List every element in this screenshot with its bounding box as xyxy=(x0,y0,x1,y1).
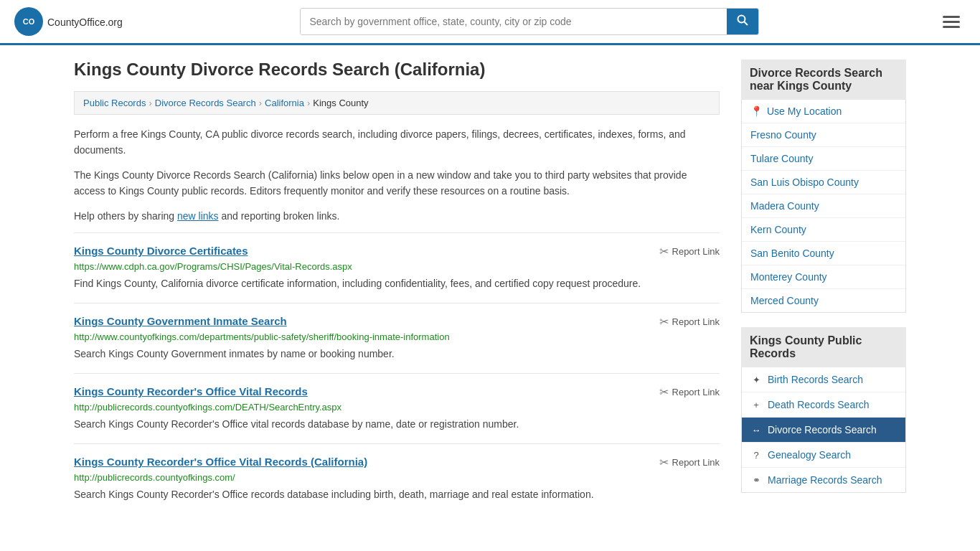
report-icon: ✂ xyxy=(659,315,669,329)
public-record-link[interactable]: Marriage Records Search xyxy=(768,474,882,486)
result-header: Kings County Recorder's Office Vital Rec… xyxy=(74,385,720,399)
public-record-item[interactable]: ✦ Birth Records Search xyxy=(742,367,905,392)
desc-para3: Help others by sharing new links and rep… xyxy=(74,208,720,224)
site-header: CO CountyOffice.org xyxy=(0,0,980,45)
public-records-section-title: Kings County Public Records xyxy=(741,327,906,367)
location-icon: 📍 xyxy=(750,105,763,117)
public-record-link[interactable]: Death Records Search xyxy=(768,399,870,410)
result-url[interactable]: https://www.cdph.ca.gov/Programs/CHSI/Pa… xyxy=(74,261,720,272)
nearby-county-item[interactable]: Kern County xyxy=(742,218,905,242)
nearby-county-link[interactable]: San Luis Obispo County xyxy=(750,176,859,188)
report-link-label: Report Link xyxy=(672,387,720,397)
logo-text: CountyOffice.org xyxy=(47,14,123,29)
search-wrapper xyxy=(300,8,759,35)
logo-icon: CO xyxy=(14,7,43,36)
public-record-link[interactable]: Birth Records Search xyxy=(768,374,863,385)
breadcrumb-sep-2: › xyxy=(259,98,262,108)
nearby-county-item[interactable]: San Benito County xyxy=(742,242,905,265)
nearby-county-link[interactable]: San Benito County xyxy=(750,248,834,259)
results-list: Kings County Divorce Certificates ✂ Repo… xyxy=(74,232,720,514)
search-button[interactable] xyxy=(727,9,758,34)
public-record-item[interactable]: ⚭ Marriage Records Search xyxy=(742,468,905,492)
record-icon: ? xyxy=(750,450,762,461)
result-desc: Search Kings County Recorder's Office vi… xyxy=(74,417,720,432)
menu-button[interactable] xyxy=(937,13,966,31)
report-link-button[interactable]: ✂ Report Link xyxy=(659,385,720,399)
record-icon: ✦ xyxy=(750,375,762,385)
report-link-button[interactable]: ✂ Report Link xyxy=(659,315,720,329)
desc-para3-prefix: Help others by sharing xyxy=(74,210,177,222)
breadcrumb-california[interactable]: California xyxy=(265,98,304,108)
breadcrumb-sep-3: › xyxy=(307,98,310,108)
result-title[interactable]: Kings County Government Inmate Search xyxy=(74,315,287,327)
nearby-county-link[interactable]: Monterey County xyxy=(750,271,827,283)
content-area: Kings County Divorce Records Search (Cal… xyxy=(74,60,720,514)
nearby-county-link[interactable]: Merced County xyxy=(750,295,819,306)
main-content: Kings County Divorce Records Search (Cal… xyxy=(60,45,920,528)
use-my-location-link[interactable]: Use My Location xyxy=(767,105,842,117)
nearby-county-item[interactable]: Madera County xyxy=(742,194,905,218)
search-input[interactable] xyxy=(301,9,727,34)
breadcrumb-sep-1: › xyxy=(149,98,151,108)
report-link-label: Report Link xyxy=(672,246,720,257)
new-links-link[interactable]: new links xyxy=(177,210,219,222)
public-record-item[interactable]: + Death Records Search xyxy=(742,392,905,418)
result-title[interactable]: Kings County Recorder's Office Vital Rec… xyxy=(74,456,367,468)
desc-para2: The Kings County Divorce Records Search … xyxy=(74,167,720,199)
breadcrumb-public-records[interactable]: Public Records xyxy=(83,98,146,108)
result-header: Kings County Recorder's Office Vital Rec… xyxy=(74,456,720,469)
report-link-button[interactable]: ✂ Report Link xyxy=(659,456,720,469)
report-icon: ✂ xyxy=(659,385,669,399)
nearby-county-link[interactable]: Fresno County xyxy=(750,129,816,141)
result-desc: Find Kings County, California divorce ce… xyxy=(74,276,720,291)
nearby-county-item[interactable]: Monterey County xyxy=(742,265,905,289)
result-item: Kings County Recorder's Office Vital Rec… xyxy=(74,443,720,514)
logo-name: CountyOffice xyxy=(47,17,105,28)
nearby-county-item[interactable]: Fresno County xyxy=(742,123,905,147)
breadcrumb-current: Kings County xyxy=(313,98,368,108)
report-link-label: Report Link xyxy=(672,457,720,468)
breadcrumb-divorce[interactable]: Divorce Records Search xyxy=(155,98,256,108)
desc-para3-suffix: and reporting broken links. xyxy=(219,210,340,222)
menu-bar-3 xyxy=(943,26,960,28)
menu-bar-2 xyxy=(943,21,960,23)
public-record-link[interactable]: Divorce Records Search xyxy=(768,424,877,435)
result-url[interactable]: http://publicrecords.countyofkings.com/D… xyxy=(74,402,720,413)
svg-line-3 xyxy=(745,22,748,26)
nearby-county-item[interactable]: Merced County xyxy=(742,289,905,312)
result-title[interactable]: Kings County Divorce Certificates xyxy=(74,245,248,257)
result-header: Kings County Divorce Certificates ✂ Repo… xyxy=(74,245,720,258)
nearby-county-link[interactable]: Madera County xyxy=(750,200,819,212)
record-icon: ↔ xyxy=(750,425,762,435)
report-icon: ✂ xyxy=(659,456,669,469)
public-records-list: ✦ Birth Records Search + Death Records S… xyxy=(741,367,906,493)
nearby-county-item[interactable]: San Luis Obispo County xyxy=(742,171,905,194)
sidebar: Divorce Records Search near Kings County… xyxy=(741,60,906,514)
page-title: Kings County Divorce Records Search (Cal… xyxy=(74,60,720,80)
svg-text:CO: CO xyxy=(23,17,35,26)
svg-point-2 xyxy=(738,16,745,23)
report-link-label: Report Link xyxy=(672,316,720,327)
nearby-county-link[interactable]: Kern County xyxy=(750,224,806,235)
result-url[interactable]: http://www.countyofkings.com/departments… xyxy=(74,331,720,342)
nearby-section-title: Divorce Records Search near Kings County xyxy=(741,60,906,100)
result-item: Kings County Recorder's Office Vital Rec… xyxy=(74,373,720,443)
nearby-county-link[interactable]: Tulare County xyxy=(750,153,813,164)
result-item: Kings County Divorce Certificates ✂ Repo… xyxy=(74,232,720,303)
nearby-counties-list: 📍 Use My Location Fresno CountyTulare Co… xyxy=(741,100,906,313)
nearby-county-item[interactable]: Tulare County xyxy=(742,147,905,171)
result-url[interactable]: http://publicrecords.countyofkings.com/ xyxy=(74,472,720,483)
desc-para1: Perform a free Kings County, CA public d… xyxy=(74,126,720,159)
logo-suffix: .org xyxy=(105,17,123,28)
record-icon: ⚭ xyxy=(750,475,762,486)
report-link-button[interactable]: ✂ Report Link xyxy=(659,245,720,258)
public-record-link[interactable]: Genealogy Search xyxy=(768,449,851,461)
breadcrumb: Public Records › Divorce Records Search … xyxy=(74,91,720,115)
logo-area: CO CountyOffice.org xyxy=(14,7,123,36)
result-title[interactable]: Kings County Recorder's Office Vital Rec… xyxy=(74,385,308,397)
use-my-location-item[interactable]: 📍 Use My Location xyxy=(742,100,905,123)
menu-bar-1 xyxy=(943,16,960,18)
public-record-item[interactable]: ↔ Divorce Records Search xyxy=(742,418,905,443)
result-header: Kings County Government Inmate Search ✂ … xyxy=(74,315,720,329)
public-record-item[interactable]: ? Genealogy Search xyxy=(742,443,905,468)
